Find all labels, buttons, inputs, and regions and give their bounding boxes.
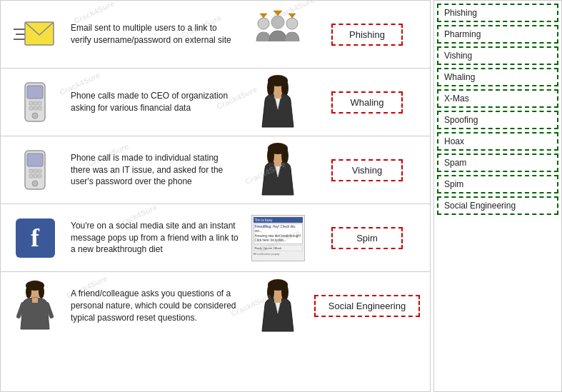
answer-vishing: Vishing	[310, 159, 424, 181]
icon-area-vishing	[6, 149, 64, 191]
person-area-phishing	[246, 9, 310, 59]
main-content: Crack4Sure Crack4Sure Crack4Sure Email s…	[0, 0, 431, 392]
svg-rect-14	[34, 101, 37, 105]
description-whaling: Phone calls made to CEO of organization …	[64, 90, 246, 114]
sidebar-item-vishing[interactable]: Vishing	[437, 46, 558, 65]
scenario-row-social-engineering: Crack4Sure Crack4Sure A friend/colleague…	[1, 272, 430, 340]
person-standing-icon	[16, 279, 55, 333]
answer-label-social-eng: Social Engineering	[314, 295, 420, 317]
svg-marker-7	[260, 14, 267, 18]
scenario-row-vishing: Crack4Sure Crack4Sure Phone call is made…	[1, 136, 430, 204]
answer-phishing: Phishing	[310, 24, 424, 46]
phone-icon-vishing	[21, 149, 49, 191]
scenario-row-phishing: Crack4Sure Crack4Sure Crack4Sure Email s…	[1, 1, 430, 69]
female-icon-social-eng	[255, 278, 301, 335]
person-area-whaling	[246, 74, 310, 131]
scenario-row-spim: Crack4Sure Crack4Sure f You're on a soci…	[1, 204, 430, 272]
svg-rect-23	[274, 93, 281, 99]
sidebar-item-spam[interactable]: Spam	[437, 154, 558, 172]
answer-label-whaling: Whaling	[331, 91, 403, 114]
sidebar-item-whaling[interactable]: Whaling	[437, 68, 558, 86]
answer-whaling: Whaling	[310, 91, 424, 114]
icon-area-social-eng	[6, 279, 64, 333]
sidebar-item-pharming[interactable]: Pharming	[437, 25, 558, 44]
svg-rect-13	[29, 101, 33, 105]
svg-rect-37	[274, 161, 281, 166]
female-exec-icon	[255, 74, 301, 131]
svg-point-5	[271, 16, 284, 29]
icon-area-spim: f	[6, 218, 64, 258]
answer-label-spim: Spim	[331, 227, 403, 249]
svg-point-40	[26, 286, 31, 298]
scenario-row-whaling: Crack4Sure Crack4Sure Phone calls made t…	[1, 69, 430, 136]
svg-rect-47	[274, 297, 281, 303]
svg-point-12	[32, 113, 38, 119]
answer-label-vishing: Vishing	[331, 159, 403, 181]
description-phishing: Email sent to multiple users to a link t…	[64, 22, 246, 46]
chat-screenshot: Tim is busy FriendMsg: Hey! Check this o…	[251, 215, 305, 261]
person-area-social-eng	[246, 278, 310, 335]
sidebar-item-spoofing[interactable]: Spoofing	[437, 111, 558, 129]
svg-point-26	[32, 181, 38, 186]
sidebar-item-xmas[interactable]: X-Mas	[437, 89, 558, 108]
group-icon	[253, 9, 303, 59]
svg-point-6	[286, 18, 298, 29]
svg-rect-31	[34, 174, 37, 178]
svg-point-4	[258, 18, 269, 29]
svg-rect-42	[32, 298, 38, 303]
svg-rect-16	[29, 106, 33, 110]
svg-rect-32	[38, 174, 41, 178]
sidebar-item-phishing[interactable]: Phishing	[437, 4, 558, 22]
person-area-vishing	[246, 141, 310, 198]
svg-rect-11	[27, 86, 43, 99]
sidebar-item-social-engineering[interactable]: Social Engineering	[437, 196, 558, 215]
description-social-eng: A friend/colleague asks you questions of…	[64, 288, 246, 323]
icon-area-phishing	[6, 16, 64, 52]
svg-point-41	[39, 286, 44, 298]
answer-social-eng: Social Engineering	[310, 295, 424, 317]
svg-rect-29	[38, 169, 41, 173]
svg-rect-17	[34, 106, 37, 110]
description-spim: You're on a social media site and an ins…	[64, 220, 246, 256]
answer-label-phishing: Phishing	[331, 24, 403, 46]
female-icon-vishing	[255, 141, 301, 198]
email-icon	[12, 16, 59, 52]
icon-area-whaling	[6, 81, 64, 123]
sidebar-item-hoax[interactable]: Hoax	[437, 132, 558, 151]
answer-spim: Spim	[310, 227, 424, 249]
svg-marker-9	[288, 14, 296, 18]
svg-rect-25	[27, 154, 43, 166]
phone-icon-whaling	[21, 81, 49, 123]
person-area-spim: Tim is busy FriendMsg: Hey! Check this o…	[246, 215, 310, 261]
sidebar: Phishing Pharming Vishing Whaling X-Mas …	[433, 0, 562, 392]
svg-rect-18	[38, 106, 41, 110]
svg-rect-15	[38, 101, 41, 105]
description-vishing: Phone call is made to individual stating…	[64, 152, 246, 188]
svg-rect-30	[29, 174, 33, 178]
svg-rect-27	[29, 169, 33, 173]
facebook-icon: f	[16, 218, 55, 258]
sidebar-item-spim[interactable]: Spim	[437, 175, 558, 194]
svg-rect-28	[34, 169, 37, 173]
svg-marker-8	[274, 11, 282, 16]
